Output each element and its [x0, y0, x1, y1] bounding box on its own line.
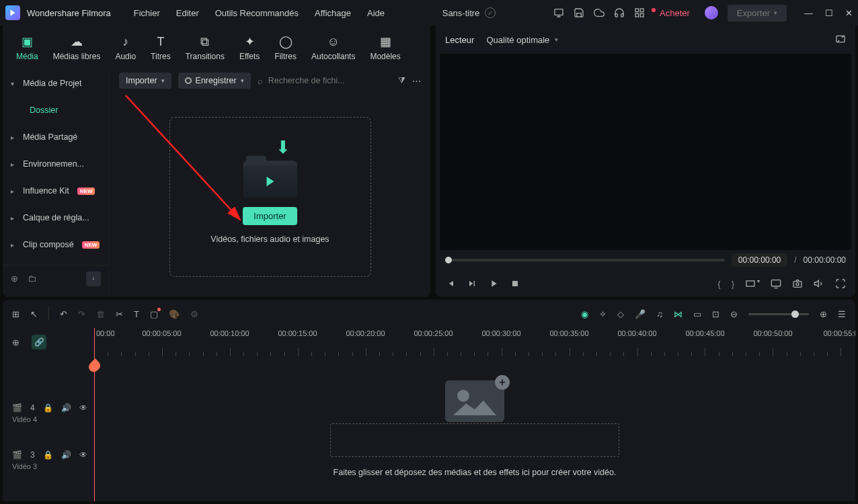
link-icon[interactable]: 🔗	[32, 335, 46, 349]
play-button[interactable]	[488, 278, 499, 289]
player-canvas[interactable]	[440, 54, 851, 250]
menu-edit[interactable]: Editer	[176, 8, 199, 18]
add-media-icon[interactable]: +	[495, 375, 510, 390]
tab-templates[interactable]: ▦Modèles	[364, 31, 405, 65]
fullscreen-icon[interactable]	[835, 278, 846, 289]
music-icon[interactable]: ♫	[656, 309, 663, 319]
mute-icon[interactable]: 🔊	[61, 403, 71, 413]
marker-icon[interactable]: ◇	[617, 309, 624, 319]
select-tool-icon[interactable]: ↖	[30, 309, 38, 319]
zoom-out-button[interactable]: ⊖	[730, 309, 738, 319]
lock-icon[interactable]: 🔒	[43, 450, 53, 460]
mic-icon[interactable]: 🎤	[635, 309, 646, 319]
mute-icon[interactable]: 🔊	[61, 450, 71, 460]
undo-button[interactable]: ↶	[60, 309, 67, 319]
sparkle-icon[interactable]: ✧	[599, 309, 607, 319]
menu-view[interactable]: Affichage	[315, 8, 351, 18]
save-icon[interactable]	[574, 7, 584, 18]
magnet-icon[interactable]: ⋈	[674, 309, 682, 319]
import-button[interactable]: Importer	[243, 207, 297, 225]
crop-tool-icon[interactable]: ▢	[150, 309, 158, 319]
saved-check-icon: ✓	[485, 7, 496, 18]
sidebar-item-influence-kit[interactable]: ▸Influence KitNEW	[3, 177, 109, 204]
tab-media[interactable]: ▣Média	[11, 31, 44, 65]
tab-effects[interactable]: ✦Effets	[234, 31, 265, 65]
sidebar-item-folder[interactable]: Dossier	[3, 97, 109, 124]
volume-icon[interactable]	[814, 278, 824, 289]
playhead[interactable]	[94, 328, 95, 501]
adjust-icon[interactable]: ⚙	[190, 309, 198, 319]
collapse-sidebar-button[interactable]: ‹	[86, 271, 101, 286]
tab-stickers[interactable]: ☺Autocollants	[306, 31, 360, 65]
minimize-button[interactable]: —	[804, 8, 813, 18]
mark-in-icon[interactable]: {	[717, 279, 720, 289]
time-ruler[interactable]: 00:0000:00:05:0000:00:10:0000:00:15:0000…	[94, 328, 855, 356]
timeline-dropzone[interactable]	[330, 423, 619, 457]
lock-icon[interactable]: 🔒	[43, 403, 53, 413]
visibility-icon[interactable]: 👁	[79, 403, 87, 413]
track-add-icon[interactable]: ⊕	[12, 337, 20, 347]
mark-out-icon[interactable]: }	[732, 279, 734, 289]
more-icon[interactable]: ⋯	[412, 76, 421, 86]
track-header-3[interactable]: 🎬3🔒🔊👁 Vidéo 3	[3, 444, 94, 477]
tracks-canvas[interactable]: + Faites glisser et déposez des médias e…	[94, 356, 855, 501]
expand-icon[interactable]	[835, 34, 846, 46]
tab-transitions[interactable]: ⧉Transitions	[180, 31, 230, 65]
tab-filters[interactable]: ◯Filtres	[269, 31, 302, 65]
avatar[interactable]	[705, 6, 718, 19]
text-tool-icon[interactable]: T	[134, 309, 139, 319]
zoom-thumb[interactable]	[791, 310, 799, 318]
media-placeholder[interactable]: +	[445, 380, 504, 422]
snapshot-icon[interactable]	[792, 278, 803, 289]
stop-button[interactable]	[510, 278, 520, 289]
screen-icon[interactable]	[553, 7, 564, 18]
sidebar-item-shared-media[interactable]: ▸Média Partagé	[3, 124, 109, 151]
filter-icon[interactable]: ⧩	[398, 75, 405, 86]
sidebar-item-compound-clip[interactable]: ▸Clip composéNEW	[3, 231, 109, 258]
export-button[interactable]: Exporter▾	[728, 5, 787, 22]
apps-icon[interactable]	[634, 7, 645, 18]
tab-audio[interactable]: ♪Audio	[110, 31, 141, 65]
titlebar-center: Sans-titre ✓	[387, 7, 551, 18]
media-dropzone[interactable]: ⬇ Importer Vidéos, fichiers audio et ima…	[169, 117, 371, 277]
fit-icon[interactable]: ⊡	[712, 309, 719, 319]
delete-button[interactable]: 🗑	[96, 309, 105, 319]
zoom-in-button[interactable]: ⊕	[820, 309, 827, 319]
search-input[interactable]	[268, 76, 391, 85]
display-icon[interactable]	[771, 278, 781, 289]
tab-stock[interactable]: ☁Médias libres	[48, 31, 106, 65]
ai-icon[interactable]: ◉	[581, 309, 588, 319]
seek-thumb[interactable]	[445, 257, 452, 263]
folder-icon[interactable]: 🗀	[28, 274, 36, 284]
search-field[interactable]: ⌕	[258, 76, 391, 86]
frame-icon[interactable]: ▭	[693, 309, 701, 319]
track-header-4[interactable]: 🎬4🔒🔊👁 Vidéo 4	[3, 396, 94, 430]
headphones-icon[interactable]	[614, 7, 625, 18]
sidebar-item-adjustment-layer[interactable]: ▸Calque de régla...	[3, 204, 109, 231]
menu-file[interactable]: Fichier	[134, 8, 160, 18]
record-dropdown[interactable]: Enregistrer▾	[178, 73, 251, 89]
color-tool-icon[interactable]: 🎨	[169, 309, 180, 319]
ratio-icon[interactable]: ▾	[745, 278, 760, 289]
layout-icon[interactable]: ⊞	[12, 309, 20, 319]
cut-tool-icon[interactable]: ✂	[116, 309, 123, 319]
visibility-icon[interactable]: 👁	[79, 450, 87, 460]
import-dropdown[interactable]: Importer▾	[119, 73, 171, 89]
buy-button[interactable]: Acheter	[654, 7, 695, 19]
close-button[interactable]: ✕	[845, 8, 853, 18]
step-back-button[interactable]	[467, 278, 477, 289]
sidebar-item-project-media[interactable]: ▾Média de Projet	[3, 70, 109, 97]
seek-track[interactable]	[445, 259, 725, 261]
menu-help[interactable]: Aide	[367, 8, 385, 18]
list-view-icon[interactable]: ☰	[838, 309, 846, 319]
maximize-button[interactable]: ☐	[825, 8, 833, 18]
redo-button[interactable]: ↷	[78, 309, 85, 319]
prev-frame-button[interactable]	[445, 278, 456, 289]
zoom-slider[interactable]	[748, 313, 809, 315]
menu-tools[interactable]: Outils Recommandés	[215, 8, 299, 18]
add-folder-icon[interactable]: ⊕	[11, 274, 18, 284]
sidebar-item-environment[interactable]: ▸Environnemen...	[3, 151, 109, 177]
tab-titles[interactable]: TTitres	[145, 31, 176, 65]
cloud-icon[interactable]	[594, 7, 604, 18]
quality-selector[interactable]: Qualité optimale▾	[486, 35, 558, 45]
